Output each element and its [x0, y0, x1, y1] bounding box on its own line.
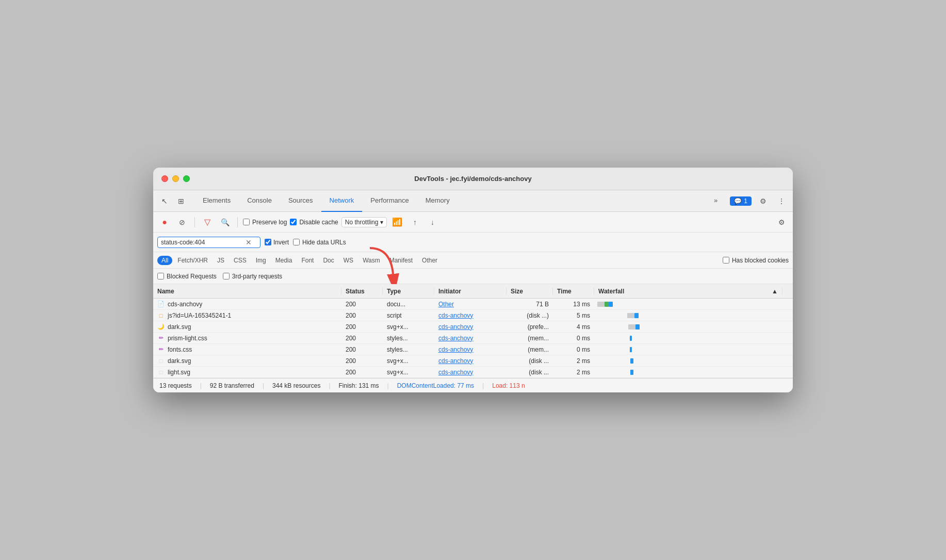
tab-memory[interactable]: Memory [417, 190, 458, 212]
filter-other[interactable]: Other [418, 256, 442, 265]
filter-js[interactable]: JS [213, 256, 229, 265]
hide-data-urls-label[interactable]: Hide data URLs [293, 239, 346, 246]
file-type-icon: 🌙 [157, 323, 165, 331]
network-settings-button[interactable]: ⚙ [774, 215, 789, 229]
hide-data-urls-checkbox[interactable] [293, 239, 300, 245]
row-initiator[interactable]: cds-anchovy [434, 323, 507, 331]
table-row[interactable]: □light.svg200svg+x...cds-anchovy(disk ..… [153, 367, 793, 378]
filter-fetch-xhr[interactable]: Fetch/XHR [173, 256, 212, 265]
tab-sources[interactable]: Sources [280, 190, 321, 212]
th-waterfall[interactable]: Waterfall ▲ [594, 288, 782, 295]
preserve-log-label[interactable]: Preserve log [243, 219, 287, 226]
file-type-icon: ✏ [157, 346, 165, 353]
th-status[interactable]: Status [341, 288, 383, 295]
disable-cache-label[interactable]: Disable cache [290, 219, 338, 226]
row-initiator[interactable]: cds-anchovy [434, 346, 507, 353]
row-initiator[interactable]: cds-anchovy [434, 357, 507, 365]
has-blocked-cookies-checkbox[interactable] [723, 257, 729, 263]
devtools-settings-button[interactable]: ⚙ [756, 194, 770, 208]
window-title: DevTools - jec.fyi/demo/cds-anchovy [414, 175, 531, 183]
filter-font[interactable]: Font [297, 256, 318, 265]
row-status: 200 [341, 357, 383, 365]
cursor-icon[interactable]: ↖ [157, 194, 172, 208]
tab-console[interactable]: Console [239, 190, 280, 212]
filter-css[interactable]: CSS [230, 256, 251, 265]
table-row[interactable]: 📄cds-anchovy200docu...Other71 B13 ms [153, 299, 793, 310]
row-type: styles... [383, 335, 434, 342]
invert-label[interactable]: Invert [265, 239, 289, 246]
minimize-button[interactable] [172, 175, 179, 182]
clear-search-button[interactable]: ✕ [246, 238, 252, 246]
row-initiator: Other [434, 301, 507, 308]
row-initiator[interactable]: cds-anchovy [434, 335, 507, 342]
tab-right-controls: » 💬 1 ⚙ ⋮ [706, 190, 789, 212]
clear-button[interactable]: ⊘ [175, 215, 189, 229]
third-party-label[interactable]: 3rd-party requests [223, 273, 282, 280]
finish-time: Finish: 131 ms [339, 382, 379, 389]
filter-wasm[interactable]: Wasm [358, 256, 384, 265]
filter-button[interactable]: ▽ [200, 215, 215, 229]
table-row[interactable]: □js?id=UA-165345241-1200scriptcds-anchov… [153, 310, 793, 321]
preserve-log-checkbox[interactable] [243, 219, 250, 225]
row-size: (mem... [507, 346, 553, 353]
disable-cache-checkbox[interactable] [290, 219, 297, 225]
record-button[interactable]: ● [157, 215, 172, 229]
has-blocked-cookies-label[interactable]: Has blocked cookies [723, 257, 789, 264]
filter-all[interactable]: All [157, 256, 172, 265]
wifi-icon[interactable]: 📶 [390, 215, 404, 229]
row-size: (disk ...) [507, 312, 553, 319]
search-button[interactable]: 🔍 [218, 215, 232, 229]
row-name: ✏fonts.css [153, 346, 341, 353]
table-row[interactable]: □dark.svg200svg+x...cds-anchovy(disk ...… [153, 355, 793, 367]
row-initiator[interactable]: cds-anchovy [434, 312, 507, 319]
th-time[interactable]: Time [553, 288, 594, 295]
row-time: 2 ms [553, 369, 594, 376]
blocked-requests-label[interactable]: Blocked Requests [157, 273, 217, 280]
tab-network[interactable]: Network [321, 190, 363, 212]
file-type-icon: □ [157, 369, 165, 376]
filter-manifest[interactable]: Manifest [385, 256, 417, 265]
row-time: 2 ms [553, 357, 594, 365]
row-time: 0 ms [553, 346, 594, 353]
th-type[interactable]: Type [383, 288, 434, 295]
th-initiator[interactable]: Initiator [434, 288, 507, 295]
row-size: (disk ... [507, 369, 553, 376]
th-size[interactable]: Size [507, 288, 553, 295]
row-size: 71 B [507, 301, 553, 308]
transferred-size: 92 B transferred [210, 382, 254, 389]
filter-ws[interactable]: WS [339, 256, 357, 265]
file-type-icon: ✏ [157, 335, 165, 342]
row-waterfall [594, 322, 782, 332]
row-waterfall [594, 300, 782, 309]
file-type-icon: □ [157, 357, 165, 365]
chat-badge[interactable]: 💬 1 [730, 196, 752, 206]
sort-icon: ▲ [772, 288, 778, 295]
maximize-button[interactable] [183, 175, 190, 182]
filter-media[interactable]: Media [271, 256, 297, 265]
toolbar-separator-2 [237, 217, 238, 227]
search-input[interactable] [161, 239, 243, 246]
table-row[interactable]: 🌙dark.svg200svg+x...cds-anchovy(prefe...… [153, 321, 793, 333]
upload-button[interactable]: ↑ [407, 215, 422, 229]
table-row[interactable]: ✏fonts.css200styles...cds-anchovy(mem...… [153, 344, 793, 355]
filter-doc[interactable]: Doc [319, 256, 338, 265]
search-input-wrap[interactable]: ✕ [157, 237, 260, 248]
download-button[interactable]: ↓ [425, 215, 439, 229]
table-body: 📄cds-anchovy200docu...Other71 B13 ms□js?… [153, 299, 793, 378]
tab-performance[interactable]: Performance [362, 190, 417, 212]
device-icon[interactable]: ⊞ [174, 194, 188, 208]
throttle-select[interactable]: No throttling ▾ [341, 217, 387, 227]
row-status: 200 [341, 312, 383, 319]
table-row[interactable]: ✏prism-light.css200styles...cds-anchovy(… [153, 333, 793, 344]
tab-elements[interactable]: Elements [194, 190, 239, 212]
filter-img[interactable]: Img [252, 256, 270, 265]
row-time: 4 ms [553, 323, 594, 331]
close-button[interactable] [161, 175, 168, 182]
th-name[interactable]: Name [153, 288, 341, 295]
requests-count: 13 requests [159, 382, 192, 389]
blocked-requests-checkbox[interactable] [157, 273, 164, 279]
third-party-checkbox[interactable] [223, 273, 230, 279]
invert-checkbox[interactable] [265, 239, 271, 245]
devtools-more-button[interactable]: ⋮ [774, 194, 789, 208]
more-tabs-button[interactable]: » [706, 190, 726, 212]
